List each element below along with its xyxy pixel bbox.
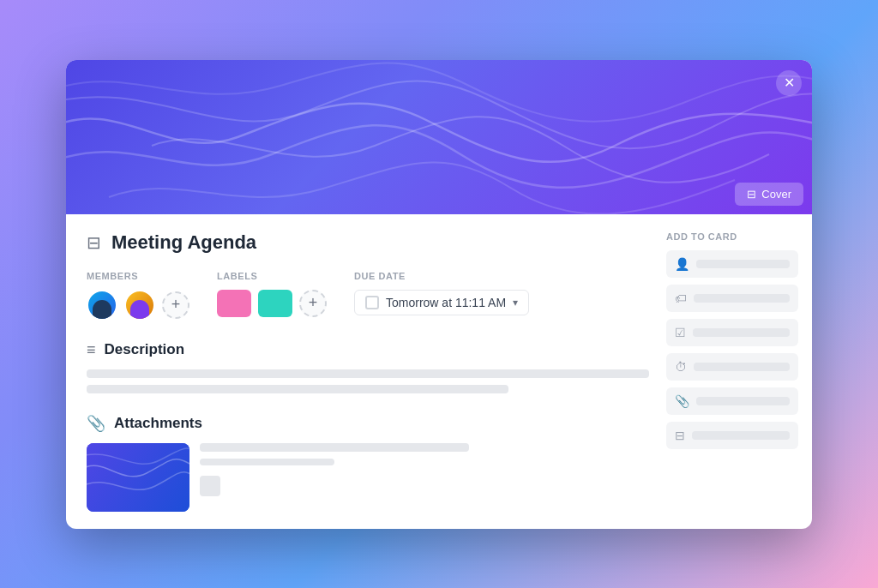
attachment-action-1[interactable] xyxy=(200,476,220,496)
add-member-button[interactable]: + xyxy=(162,291,189,319)
attachment-item xyxy=(87,443,649,512)
due-date-button[interactable]: Tomorrow at 11:11 AM ▾ xyxy=(354,290,529,315)
label-chip-teal[interactable] xyxy=(258,290,292,317)
attachments-header: 📎 Attachments xyxy=(87,414,649,433)
members-content: + xyxy=(87,290,189,321)
attachment-name-bar xyxy=(200,443,469,452)
clock-icon: ⏱ xyxy=(675,360,687,374)
attachments-section: 📎 Attachments xyxy=(87,414,649,512)
card-title-row: ⊟ Meeting Agenda xyxy=(87,231,649,254)
chevron-down-icon: ▾ xyxy=(513,297,518,309)
add-to-card-label: ADD TO CARD xyxy=(666,231,798,242)
members-section: MEMBERS + xyxy=(87,271,189,321)
attachment-preview-waves xyxy=(87,443,189,512)
sidebar-date-button[interactable]: ⏱ xyxy=(666,353,798,381)
due-date-value: Tomorrow at 11:11 AM xyxy=(386,296,506,309)
attachment-thumbnail[interactable] xyxy=(87,443,189,512)
cover-btn-label: Cover xyxy=(761,188,791,201)
card-type-icon: ⊟ xyxy=(87,232,101,253)
cover-icon: ⊟ xyxy=(747,188,756,201)
sidebar-checklist-button[interactable]: ☑ xyxy=(666,319,798,346)
description-icon: ≡ xyxy=(87,341,96,359)
members-label: MEMBERS xyxy=(87,271,189,281)
due-date-label: DUE DATE xyxy=(354,271,529,281)
meta-row: MEMBERS + LABELS + xyxy=(87,271,649,321)
paperclip-icon: 📎 xyxy=(675,394,689,408)
description-title: Description xyxy=(105,341,185,358)
cover-sidebar-icon: ⊟ xyxy=(675,429,685,442)
description-section: ≡ Description xyxy=(87,341,649,393)
description-header: ≡ Description xyxy=(87,341,649,359)
sidebar-members-button[interactable]: 👤 xyxy=(666,250,798,278)
due-date-content: Tomorrow at 11:11 AM ▾ xyxy=(354,290,529,315)
labels-content: + xyxy=(217,290,327,317)
attachment-actions xyxy=(200,474,649,496)
sidebar-bar-4 xyxy=(694,363,790,371)
description-line-2 xyxy=(87,385,508,393)
add-label-button[interactable]: + xyxy=(299,290,327,317)
label-icon: 🏷 xyxy=(675,291,687,305)
add-to-card-sidebar: ADD TO CARD 👤 🏷 ☑ ⏱ 📎 ⊟ xyxy=(666,214,812,529)
attachment-sub-bar xyxy=(200,459,334,465)
sidebar-labels-button[interactable]: 🏷 xyxy=(666,285,798,312)
main-content: ⊟ Meeting Agenda MEMBERS + LABELS xyxy=(66,214,666,529)
card-title: Meeting Agenda xyxy=(111,231,256,254)
sidebar-bar-3 xyxy=(693,328,790,337)
close-button[interactable]: ✕ xyxy=(776,70,802,96)
due-date-checkbox[interactable] xyxy=(365,296,379,309)
label-chip-pink[interactable] xyxy=(217,290,251,317)
cover-waves-svg xyxy=(66,60,812,214)
attachments-title: Attachments xyxy=(114,415,202,432)
member-avatar-2[interactable] xyxy=(124,290,155,321)
member-icon: 👤 xyxy=(675,257,689,271)
labels-section: LABELS + xyxy=(217,271,327,321)
cover-button[interactable]: ⊟ Cover xyxy=(735,183,803,206)
sidebar-cover-button[interactable]: ⊟ xyxy=(666,422,798,449)
due-date-section: DUE DATE Tomorrow at 11:11 AM ▾ xyxy=(354,271,529,321)
modal-body-layout: ⊟ Meeting Agenda MEMBERS + LABELS xyxy=(66,214,812,529)
cover-header: ✕ ⊟ Cover xyxy=(66,60,812,214)
description-line-1 xyxy=(87,369,649,378)
labels-label: LABELS xyxy=(217,271,327,281)
card-modal: ✕ ⊟ Cover ⊟ Meeting Agenda MEMBERS xyxy=(66,60,812,529)
checklist-icon: ☑ xyxy=(675,326,686,339)
member-avatar-1[interactable] xyxy=(87,290,117,321)
sidebar-bar-1 xyxy=(696,260,790,268)
sidebar-bar-6 xyxy=(692,431,790,440)
attachment-details xyxy=(200,443,649,496)
sidebar-bar-2 xyxy=(694,294,790,303)
sidebar-attachment-button[interactable]: 📎 xyxy=(666,387,798,415)
sidebar-bar-5 xyxy=(696,397,790,405)
attachment-icon: 📎 xyxy=(87,414,105,433)
